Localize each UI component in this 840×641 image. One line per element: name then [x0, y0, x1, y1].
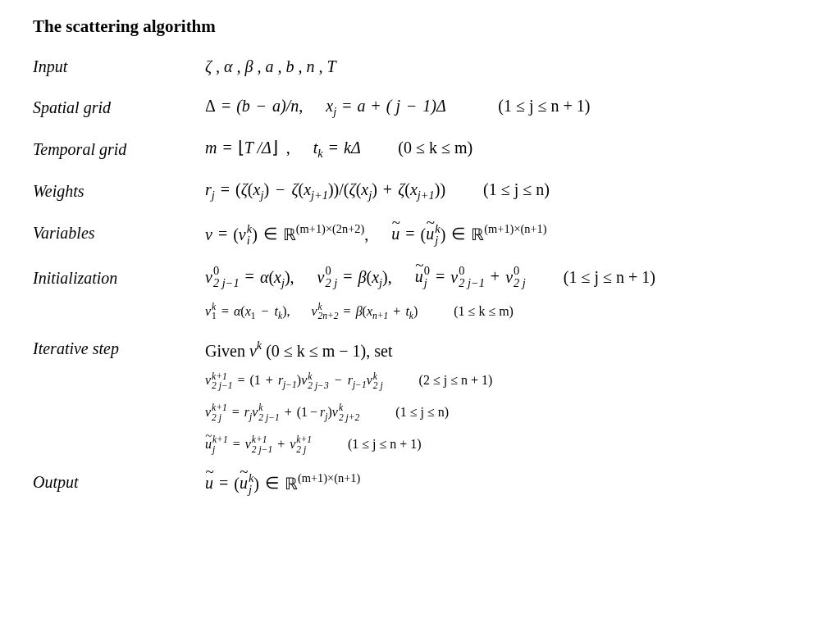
content-weights: rj = (ζ(xj) − ζ(xj+1))/(ζ(xj) + ζ(xj+1))… [205, 181, 807, 202]
expr-iter-3: uk+1j = vk+12 j−1 + vk+12 j (1 ≤ j ≤ n +… [205, 437, 422, 454]
page: The scattering algorithm Input ζ , α , β… [0, 0, 840, 641]
content-temporal: m = ⌊T /Δ⌋ , tk = kΔ (0 ≤ k ≤ m) [205, 139, 807, 160]
content-iter-0: Given vk (0 ≤ k ≤ m − 1), set [205, 339, 807, 358]
row-temporal: Temporal grid m = ⌊T /Δ⌋ , tk = kΔ (0 ≤ … [33, 139, 807, 160]
row-spatial: Spatial grid Δ = (b − a)/n, xj = a + ( j… [33, 98, 807, 118]
label-init: Initialization [33, 268, 205, 288]
row-weights: Weights rj = (ζ(xj) − ζ(xj+1))/(ζ(xj) + … [33, 181, 807, 202]
content-iter-3: uk+1j = vk+12 j−1 + vk+12 j (1 ≤ j ≤ n +… [33, 437, 807, 454]
expr-input: ζ , α , β , a , b , n , T [205, 58, 336, 75]
row-init: Initialization v02 j−1 = α(xj), v02 j = … [33, 268, 807, 289]
content-init-2: vk1 = α(x1 − tk), vk2n+2 = β(xn+1 + tk) … [33, 304, 807, 321]
content-spatial: Δ = (b − a)/n, xj = a + ( j − 1)Δ (1 ≤ j… [205, 98, 807, 118]
expr-iter-given: Given vk (0 ≤ k ≤ m − 1), set [205, 339, 393, 359]
expr-init-2: vk1 = α(x1 − tk), vk2n+2 = β(xn+1 + tk) … [205, 304, 514, 321]
expr-temporal: m = ⌊T /Δ⌋ , tk = kΔ (0 ≤ k ≤ m) [205, 139, 472, 160]
expr-output: u = (ukj) ∈ ℝ(m+1)×(n+1) [205, 472, 360, 496]
label-variables: Variables [33, 223, 205, 243]
expr-iter-2: vk+12 j = rjvk2 j−1 + (1−rj)vk2 j+2 (1 ≤… [205, 405, 449, 422]
content-iter-1: vk+12 j−1 = (1 + rj−1)vk2 j−3 − rj−1vk2 … [33, 373, 807, 390]
expr-spatial: Δ = (b − a)/n, xj = a + ( j − 1)Δ (1 ≤ j… [205, 98, 590, 118]
expr-init-1: v02 j−1 = α(xj), v02 j = β(xj), u0j = v0… [205, 268, 655, 289]
content-variables: v = (vki) ∈ ℝ(m+1)×(2n+2), u = (ukj) ∈ ℝ… [205, 223, 807, 247]
label-input: Input [33, 57, 205, 76]
label-spatial: Spatial grid [33, 98, 205, 117]
content-iter-2: vk+12 j = rjvk2 j−1 + (1−rj)vk2 j+2 (1 ≤… [33, 405, 807, 422]
label-temporal: Temporal grid [33, 139, 205, 159]
row-input: Input ζ , α , β , a , b , n , T [33, 57, 807, 76]
content-output: u = (ukj) ∈ ℝ(m+1)×(n+1) [205, 472, 807, 496]
content-init-1: v02 j−1 = α(xj), v02 j = β(xj), u0j = v0… [205, 268, 807, 289]
row-iter: Iterative step Given vk (0 ≤ k ≤ m − 1),… [33, 339, 807, 358]
label-weights: Weights [33, 181, 205, 201]
label-iter: Iterative step [33, 339, 205, 358]
content-input: ζ , α , β , a , b , n , T [205, 57, 807, 75]
row-variables: Variables v = (vki) ∈ ℝ(m+1)×(2n+2), u =… [33, 223, 807, 247]
label-output: Output [33, 472, 205, 492]
row-output: Output u = (ukj) ∈ ℝ(m+1)×(n+1) [33, 472, 807, 496]
expr-iter-1: vk+12 j−1 = (1 + rj−1)vk2 j−3 − rj−1vk2 … [205, 373, 492, 390]
expr-weights: rj = (ζ(xj) − ζ(xj+1))/(ζ(xj) + ζ(xj+1))… [205, 181, 550, 202]
algorithm-title: The scattering algorithm [33, 16, 807, 37]
expr-variables: v = (vki) ∈ ℝ(m+1)×(2n+2), u = (ukj) ∈ ℝ… [205, 223, 547, 247]
